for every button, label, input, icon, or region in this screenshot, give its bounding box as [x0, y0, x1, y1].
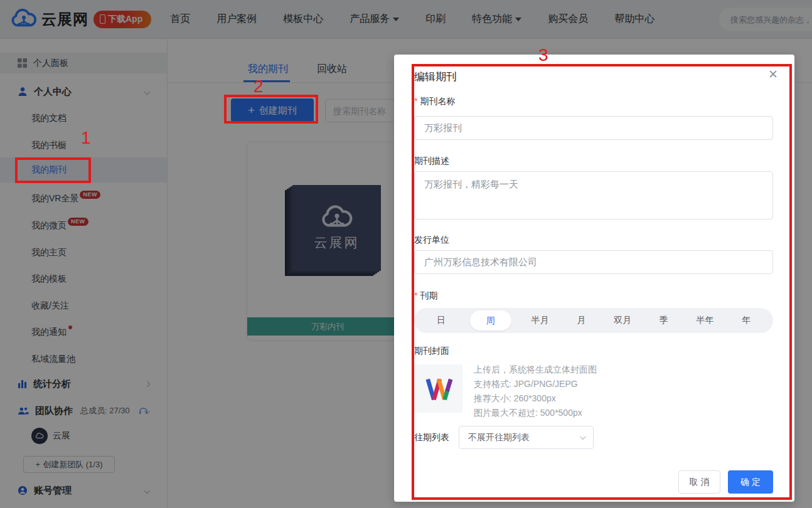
journal-name-label: *期刊名称 — [414, 96, 455, 107]
chevron-down-icon — [580, 433, 586, 440]
modal-title: 编辑期刊 — [414, 70, 457, 84]
period-option-week-selected[interactable]: 周 — [470, 310, 511, 331]
cover-tip-1: 上传后，系统将生成立体封面图 — [474, 364, 597, 376]
period-option-year[interactable]: 年 — [734, 315, 759, 326]
prev-list-value: 不展开往期列表 — [468, 432, 530, 443]
publisher-label: 发行单位 — [414, 235, 449, 246]
page: { "icons": { "plus": "+", "close": "✕", … — [0, 0, 812, 508]
required-asterisk: * — [414, 96, 417, 106]
prev-list-select[interactable]: 不展开往期列表 — [459, 426, 594, 449]
confirm-button[interactable]: 确 定 — [728, 470, 773, 494]
journal-name-input[interactable] — [414, 116, 773, 140]
cover-tip-2: 支持格式: JPG/PNG/JEPG — [474, 379, 578, 390]
required-asterisk: * — [414, 290, 417, 300]
publisher-input[interactable] — [414, 250, 773, 274]
period-label: *刊期 — [414, 290, 437, 302]
close-icon[interactable]: ✕ — [768, 68, 778, 80]
cover-label: 期刊封面 — [414, 346, 449, 357]
period-segmented-control: 日 周 半月 月 双月 季 半年 年 — [414, 308, 773, 333]
period-option-month[interactable]: 月 — [569, 315, 594, 326]
period-option-day[interactable]: 日 — [429, 315, 454, 326]
cover-tip-4: 图片最大不超过: 500*500px — [474, 408, 582, 419]
period-option-quarter[interactable]: 季 — [651, 315, 676, 326]
journal-desc-label: 期刊描述 — [414, 156, 449, 167]
period-option-half-year[interactable]: 半年 — [692, 315, 717, 326]
edit-journal-modal: 编辑期刊 ✕ *期刊名称 期刊描述 万彩报刊，精彩每一天 发行单位 *刊期 日 … — [394, 55, 794, 502]
cancel-button[interactable]: 取 消 — [678, 470, 720, 494]
w-logo-icon — [424, 374, 454, 403]
cover-tip-3: 推荐大小: 260*300px — [474, 393, 556, 405]
prev-list-label: 往期列表 — [414, 432, 449, 443]
period-option-half-month[interactable]: 半月 — [527, 315, 552, 326]
journal-desc-textarea[interactable]: 万彩报刊，精彩每一天 — [414, 171, 773, 220]
cover-upload-thumbnail[interactable] — [414, 364, 462, 413]
period-option-bimonthly[interactable]: 双月 — [610, 315, 635, 326]
